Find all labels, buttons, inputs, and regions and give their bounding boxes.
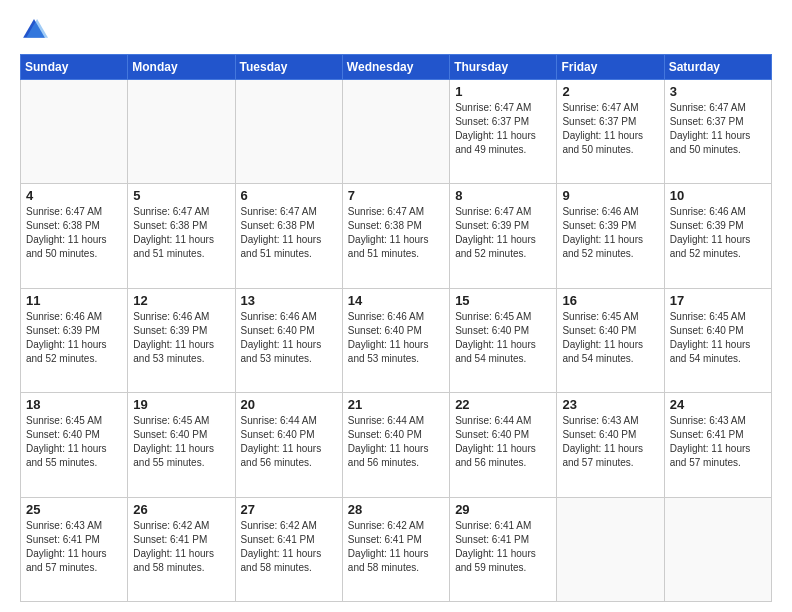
calendar-header-saturday: Saturday: [664, 55, 771, 80]
calendar-header-monday: Monday: [128, 55, 235, 80]
page: SundayMondayTuesdayWednesdayThursdayFrid…: [0, 0, 792, 612]
day-info: Sunrise: 6:46 AM Sunset: 6:39 PM Dayligh…: [670, 205, 766, 261]
calendar-cell: 8Sunrise: 6:47 AM Sunset: 6:39 PM Daylig…: [450, 184, 557, 288]
calendar-cell: [664, 497, 771, 601]
calendar-cell: 11Sunrise: 6:46 AM Sunset: 6:39 PM Dayli…: [21, 288, 128, 392]
calendar-cell: 27Sunrise: 6:42 AM Sunset: 6:41 PM Dayli…: [235, 497, 342, 601]
logo: [20, 16, 52, 44]
day-info: Sunrise: 6:46 AM Sunset: 6:40 PM Dayligh…: [241, 310, 337, 366]
calendar-cell: 22Sunrise: 6:44 AM Sunset: 6:40 PM Dayli…: [450, 393, 557, 497]
day-info: Sunrise: 6:44 AM Sunset: 6:40 PM Dayligh…: [455, 414, 551, 470]
day-number: 9: [562, 188, 658, 203]
calendar-cell: 10Sunrise: 6:46 AM Sunset: 6:39 PM Dayli…: [664, 184, 771, 288]
day-number: 21: [348, 397, 444, 412]
day-info: Sunrise: 6:47 AM Sunset: 6:38 PM Dayligh…: [26, 205, 122, 261]
day-info: Sunrise: 6:47 AM Sunset: 6:38 PM Dayligh…: [133, 205, 229, 261]
calendar-cell: 25Sunrise: 6:43 AM Sunset: 6:41 PM Dayli…: [21, 497, 128, 601]
calendar-header-tuesday: Tuesday: [235, 55, 342, 80]
calendar-cell: [557, 497, 664, 601]
day-info: Sunrise: 6:44 AM Sunset: 6:40 PM Dayligh…: [348, 414, 444, 470]
day-number: 10: [670, 188, 766, 203]
day-number: 26: [133, 502, 229, 517]
day-number: 8: [455, 188, 551, 203]
calendar-cell: 13Sunrise: 6:46 AM Sunset: 6:40 PM Dayli…: [235, 288, 342, 392]
calendar-cell: 3Sunrise: 6:47 AM Sunset: 6:37 PM Daylig…: [664, 80, 771, 184]
day-number: 22: [455, 397, 551, 412]
calendar-cell: 4Sunrise: 6:47 AM Sunset: 6:38 PM Daylig…: [21, 184, 128, 288]
day-number: 27: [241, 502, 337, 517]
day-number: 17: [670, 293, 766, 308]
day-info: Sunrise: 6:47 AM Sunset: 6:37 PM Dayligh…: [562, 101, 658, 157]
calendar-cell: 15Sunrise: 6:45 AM Sunset: 6:40 PM Dayli…: [450, 288, 557, 392]
day-number: 15: [455, 293, 551, 308]
calendar-cell: [235, 80, 342, 184]
day-number: 20: [241, 397, 337, 412]
calendar-header-thursday: Thursday: [450, 55, 557, 80]
day-info: Sunrise: 6:47 AM Sunset: 6:37 PM Dayligh…: [670, 101, 766, 157]
calendar-header-sunday: Sunday: [21, 55, 128, 80]
calendar-cell: 19Sunrise: 6:45 AM Sunset: 6:40 PM Dayli…: [128, 393, 235, 497]
day-number: 1: [455, 84, 551, 99]
calendar-cell: 7Sunrise: 6:47 AM Sunset: 6:38 PM Daylig…: [342, 184, 449, 288]
calendar-header-wednesday: Wednesday: [342, 55, 449, 80]
day-info: Sunrise: 6:46 AM Sunset: 6:39 PM Dayligh…: [562, 205, 658, 261]
day-info: Sunrise: 6:47 AM Sunset: 6:38 PM Dayligh…: [348, 205, 444, 261]
calendar-cell: 18Sunrise: 6:45 AM Sunset: 6:40 PM Dayli…: [21, 393, 128, 497]
day-number: 5: [133, 188, 229, 203]
day-number: 6: [241, 188, 337, 203]
day-number: 24: [670, 397, 766, 412]
day-number: 14: [348, 293, 444, 308]
day-number: 11: [26, 293, 122, 308]
calendar-cell: 9Sunrise: 6:46 AM Sunset: 6:39 PM Daylig…: [557, 184, 664, 288]
day-number: 29: [455, 502, 551, 517]
day-info: Sunrise: 6:41 AM Sunset: 6:41 PM Dayligh…: [455, 519, 551, 575]
calendar-week-row: 25Sunrise: 6:43 AM Sunset: 6:41 PM Dayli…: [21, 497, 772, 601]
day-info: Sunrise: 6:45 AM Sunset: 6:40 PM Dayligh…: [455, 310, 551, 366]
header: [20, 16, 772, 44]
calendar-week-row: 11Sunrise: 6:46 AM Sunset: 6:39 PM Dayli…: [21, 288, 772, 392]
day-info: Sunrise: 6:44 AM Sunset: 6:40 PM Dayligh…: [241, 414, 337, 470]
calendar-header-friday: Friday: [557, 55, 664, 80]
calendar-cell: 5Sunrise: 6:47 AM Sunset: 6:38 PM Daylig…: [128, 184, 235, 288]
calendar-cell: [342, 80, 449, 184]
day-info: Sunrise: 6:42 AM Sunset: 6:41 PM Dayligh…: [348, 519, 444, 575]
calendar-cell: 20Sunrise: 6:44 AM Sunset: 6:40 PM Dayli…: [235, 393, 342, 497]
calendar-header-row: SundayMondayTuesdayWednesdayThursdayFrid…: [21, 55, 772, 80]
day-info: Sunrise: 6:47 AM Sunset: 6:39 PM Dayligh…: [455, 205, 551, 261]
day-info: Sunrise: 6:45 AM Sunset: 6:40 PM Dayligh…: [133, 414, 229, 470]
calendar-cell: 21Sunrise: 6:44 AM Sunset: 6:40 PM Dayli…: [342, 393, 449, 497]
day-info: Sunrise: 6:43 AM Sunset: 6:41 PM Dayligh…: [26, 519, 122, 575]
day-info: Sunrise: 6:45 AM Sunset: 6:40 PM Dayligh…: [26, 414, 122, 470]
day-info: Sunrise: 6:46 AM Sunset: 6:39 PM Dayligh…: [26, 310, 122, 366]
calendar-week-row: 1Sunrise: 6:47 AM Sunset: 6:37 PM Daylig…: [21, 80, 772, 184]
calendar-cell: 6Sunrise: 6:47 AM Sunset: 6:38 PM Daylig…: [235, 184, 342, 288]
calendar-table: SundayMondayTuesdayWednesdayThursdayFrid…: [20, 54, 772, 602]
calendar-cell: 16Sunrise: 6:45 AM Sunset: 6:40 PM Dayli…: [557, 288, 664, 392]
calendar-cell: 26Sunrise: 6:42 AM Sunset: 6:41 PM Dayli…: [128, 497, 235, 601]
day-info: Sunrise: 6:47 AM Sunset: 6:38 PM Dayligh…: [241, 205, 337, 261]
day-number: 16: [562, 293, 658, 308]
calendar-cell: [21, 80, 128, 184]
calendar-cell: 1Sunrise: 6:47 AM Sunset: 6:37 PM Daylig…: [450, 80, 557, 184]
logo-icon: [20, 16, 48, 44]
day-number: 28: [348, 502, 444, 517]
day-number: 7: [348, 188, 444, 203]
day-number: 3: [670, 84, 766, 99]
day-info: Sunrise: 6:42 AM Sunset: 6:41 PM Dayligh…: [133, 519, 229, 575]
day-info: Sunrise: 6:47 AM Sunset: 6:37 PM Dayligh…: [455, 101, 551, 157]
day-info: Sunrise: 6:46 AM Sunset: 6:39 PM Dayligh…: [133, 310, 229, 366]
day-number: 4: [26, 188, 122, 203]
day-number: 12: [133, 293, 229, 308]
calendar-cell: [128, 80, 235, 184]
calendar-cell: 29Sunrise: 6:41 AM Sunset: 6:41 PM Dayli…: [450, 497, 557, 601]
day-number: 25: [26, 502, 122, 517]
day-info: Sunrise: 6:42 AM Sunset: 6:41 PM Dayligh…: [241, 519, 337, 575]
calendar-week-row: 4Sunrise: 6:47 AM Sunset: 6:38 PM Daylig…: [21, 184, 772, 288]
calendar-cell: 24Sunrise: 6:43 AM Sunset: 6:41 PM Dayli…: [664, 393, 771, 497]
calendar-cell: 17Sunrise: 6:45 AM Sunset: 6:40 PM Dayli…: [664, 288, 771, 392]
day-info: Sunrise: 6:46 AM Sunset: 6:40 PM Dayligh…: [348, 310, 444, 366]
day-info: Sunrise: 6:43 AM Sunset: 6:40 PM Dayligh…: [562, 414, 658, 470]
calendar-cell: 2Sunrise: 6:47 AM Sunset: 6:37 PM Daylig…: [557, 80, 664, 184]
day-info: Sunrise: 6:45 AM Sunset: 6:40 PM Dayligh…: [562, 310, 658, 366]
calendar-cell: 28Sunrise: 6:42 AM Sunset: 6:41 PM Dayli…: [342, 497, 449, 601]
